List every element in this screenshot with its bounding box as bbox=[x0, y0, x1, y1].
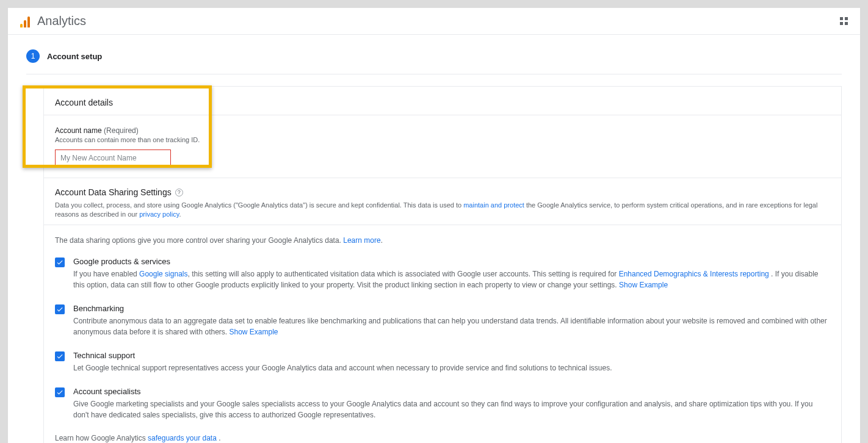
option-account-specialists: Account specialists Give Google marketin… bbox=[55, 387, 830, 420]
step-number-badge: 1 bbox=[26, 49, 40, 63]
account-name-hint: Accounts can contain more than one track… bbox=[55, 136, 830, 143]
learn-more-link[interactable]: Learn more bbox=[343, 236, 380, 245]
data-sharing-title: Account Data Sharing Settings ? bbox=[55, 187, 183, 197]
option-benchmarking: Benchmarking Contribute anonymous data t… bbox=[55, 304, 830, 337]
safeguards-link[interactable]: safeguards your data bbox=[148, 434, 217, 442]
safeguards-line: Learn how Google Analytics safeguards yo… bbox=[55, 434, 830, 442]
app-window: Analytics 1 Account setup Account detail… bbox=[8, 8, 860, 443]
checkbox-benchmarking[interactable] bbox=[55, 304, 65, 314]
option-title: Account specialists bbox=[73, 387, 830, 396]
apps-grid-icon[interactable] bbox=[840, 17, 848, 25]
checkbox-account-specialists[interactable] bbox=[55, 387, 65, 397]
data-sharing-section: Account Data Sharing Settings ? Data you… bbox=[43, 178, 842, 443]
option-title: Benchmarking bbox=[73, 304, 830, 313]
account-details-section: Account details Account name (Required) … bbox=[43, 86, 842, 178]
privacy-policy-link[interactable]: privacy policy bbox=[139, 211, 179, 218]
maintain-protect-link[interactable]: maintain and protect bbox=[463, 201, 524, 209]
show-example-link[interactable]: Show Example bbox=[229, 328, 278, 336]
option-technical-support: Technical support Let Google technical s… bbox=[55, 351, 830, 373]
app-title: Analytics bbox=[37, 14, 86, 28]
content-area: Account details Account name (Required) … bbox=[43, 86, 842, 443]
option-desc: Let Google technical support representat… bbox=[73, 362, 830, 373]
option-desc: Contribute anonymous data to an aggregat… bbox=[73, 315, 830, 337]
account-details-title: Account details bbox=[55, 98, 830, 107]
option-google-products: Google products & services If you have e… bbox=[55, 257, 830, 290]
show-example-link[interactable]: Show Example bbox=[619, 281, 668, 289]
analytics-logo-icon bbox=[20, 15, 30, 27]
page-content: 1 Account setup Account details Account … bbox=[8, 35, 860, 443]
checkbox-technical-support[interactable] bbox=[55, 351, 65, 361]
enhanced-demographics-link[interactable]: Enhanced Demographics & Interests report… bbox=[619, 270, 769, 278]
option-title: Technical support bbox=[73, 351, 830, 360]
checkbox-google-products[interactable] bbox=[55, 258, 65, 267]
app-header: Analytics bbox=[8, 8, 860, 35]
account-name-input[interactable] bbox=[55, 149, 171, 167]
option-title: Google products & services bbox=[73, 257, 830, 266]
option-desc: If you have enabled Google signals, this… bbox=[73, 268, 830, 290]
google-signals-link[interactable]: Google signals bbox=[139, 270, 187, 278]
data-sharing-description: Data you collect, process, and store usi… bbox=[55, 201, 830, 220]
account-name-label: Account name (Required) bbox=[55, 126, 830, 135]
account-details-header: Account details bbox=[44, 87, 841, 115]
sharing-intro: The data sharing options give you more c… bbox=[55, 236, 830, 245]
header-left: Analytics bbox=[20, 14, 86, 28]
option-desc: Give Google marketing specialists and yo… bbox=[73, 398, 830, 420]
stepper-row[interactable]: 1 Account setup bbox=[26, 49, 842, 74]
help-icon[interactable]: ? bbox=[175, 189, 183, 196]
step-label: Account setup bbox=[47, 52, 102, 61]
